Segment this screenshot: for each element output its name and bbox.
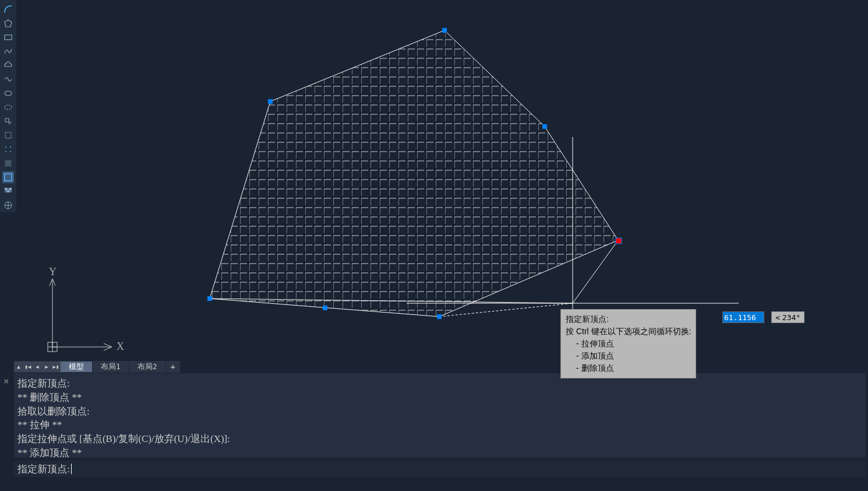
svg-point-10 <box>10 151 11 152</box>
tab-layout2[interactable]: 布局2 <box>129 362 166 372</box>
command-line[interactable]: 指定新顶点: <box>14 461 866 477</box>
revcloud-tool-icon[interactable] <box>2 59 14 71</box>
history-line: ** 拉伸 ** <box>17 418 862 432</box>
angle-lock-icon: < <box>775 313 780 322</box>
angle-value: 234° <box>782 313 800 322</box>
table-tool-icon[interactable] <box>2 199 14 211</box>
grip[interactable] <box>323 306 327 310</box>
history-line: 拾取以删除顶点: <box>17 405 862 419</box>
ellipse-arc-tool-icon[interactable] <box>2 101 14 113</box>
drawing-canvas[interactable]: Y X <box>16 0 868 360</box>
tooltip-line: 指定新顶点: <box>566 313 691 325</box>
insert-block-tool-icon[interactable] <box>2 115 14 127</box>
svg-rect-14 <box>7 188 9 190</box>
tab-add-button[interactable]: + <box>166 362 180 372</box>
grip[interactable] <box>437 314 442 319</box>
svg-point-3 <box>5 105 12 110</box>
svg-rect-6 <box>5 132 11 138</box>
dynamic-input-angle[interactable]: <234° <box>771 311 805 324</box>
history-line: 指定拉伸点或 [基点(B)/复制(C)/放弃(U)/退出(X)]: <box>17 432 862 446</box>
svg-rect-5 <box>8 121 11 124</box>
spline-tool-icon[interactable] <box>2 45 14 57</box>
svg-rect-1 <box>5 35 12 40</box>
svg-point-8 <box>10 146 11 148</box>
tooltip-opt: 删除顶点 <box>581 363 614 373</box>
box-tool-icon[interactable] <box>2 157 14 169</box>
history-line: 指定新顶点: <box>17 377 862 391</box>
grip[interactable] <box>207 296 212 301</box>
svg-rect-18 <box>9 190 12 192</box>
tab-scroll-up-icon[interactable]: ▲ <box>14 362 23 372</box>
rectangle-tool-icon[interactable] <box>2 31 14 43</box>
svg-rect-12 <box>5 174 12 181</box>
svg-rect-15 <box>9 188 12 190</box>
history-line: ** 添加顶点 ** <box>17 446 862 458</box>
svg-point-2 <box>5 91 12 96</box>
grip[interactable] <box>542 124 547 129</box>
tooltip-opt: 拉伸顶点 <box>581 339 614 348</box>
svg-marker-0 <box>5 20 12 27</box>
drawing-svg <box>16 0 868 360</box>
command-prompt: 指定新顶点: <box>17 462 70 476</box>
tab-last-icon[interactable]: ▶▮ <box>51 362 61 372</box>
command-history[interactable]: 指定新顶点: ** 删除顶点 ** 拾取以删除顶点: ** 拉伸 ** 指定拉伸… <box>14 373 866 458</box>
tab-model[interactable]: 模型 <box>61 362 93 372</box>
tooltip-opt: 添加顶点 <box>581 351 614 360</box>
grip[interactable] <box>268 99 273 104</box>
svg-rect-16 <box>5 190 7 192</box>
distance-field[interactable] <box>722 311 764 323</box>
svg-point-7 <box>5 146 6 148</box>
ellipse-tool-icon[interactable] <box>2 87 14 99</box>
dynamic-input-distance[interactable] <box>722 311 764 324</box>
tab-next-icon[interactable]: ▶ <box>42 362 51 372</box>
svg-rect-13 <box>5 188 7 190</box>
polygon-tool-icon[interactable] <box>2 17 14 29</box>
tab-prev-icon[interactable]: ◀ <box>33 362 42 372</box>
history-line: ** 删除顶点 ** <box>17 391 862 405</box>
tooltip-line: 按 Ctrl 键在以下选项之间循环切换: <box>566 325 691 338</box>
point-tool-icon[interactable] <box>2 143 14 155</box>
arc-tool-icon[interactable] <box>2 3 14 15</box>
text-cursor <box>71 464 72 474</box>
svg-point-9 <box>5 151 6 152</box>
grip-active[interactable] <box>616 238 622 244</box>
layout-tabs: ▲ ▮◀ ◀ ▶ ▶▮ 模型 布局1 布局2 + <box>14 361 180 373</box>
tab-layout1[interactable]: 布局1 <box>93 362 129 372</box>
svg-rect-11 <box>5 160 11 166</box>
hatch-fill <box>16 0 868 360</box>
region-tool-icon[interactable] <box>2 171 14 183</box>
cmd-close-icon[interactable]: × <box>3 376 9 387</box>
pline-tool-icon[interactable] <box>2 129 14 141</box>
grip-tooltip: 指定新顶点: 按 Ctrl 键在以下选项之间循环切换: - 拉伸顶点 - 添加顶… <box>560 309 696 378</box>
grip[interactable] <box>442 28 447 33</box>
spline2-tool-icon[interactable] <box>2 73 14 85</box>
svg-rect-17 <box>7 190 9 192</box>
tab-first-icon[interactable]: ▮◀ <box>23 362 33 372</box>
left-toolbar <box>0 0 16 212</box>
hatch-tool-icon[interactable] <box>2 185 14 197</box>
